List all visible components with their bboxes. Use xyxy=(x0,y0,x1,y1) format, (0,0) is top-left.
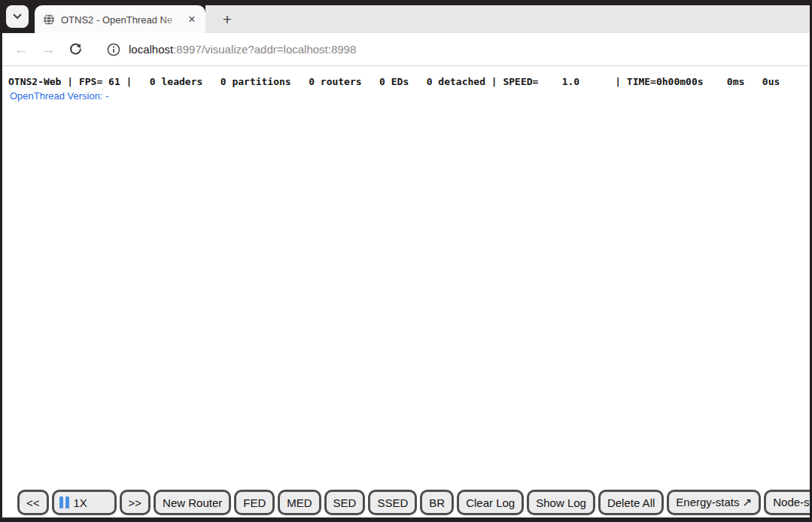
forward-button[interactable]: → xyxy=(39,41,57,59)
fast-forward-button[interactable]: >> xyxy=(120,490,151,515)
info-icon xyxy=(106,42,121,57)
openthread-version-link[interactable]: OpenThread Version: - xyxy=(10,90,109,102)
speed-button[interactable]: 1X xyxy=(52,490,117,515)
fast-forward-button-label: >> xyxy=(129,496,142,509)
add-br-button[interactable]: BR xyxy=(420,490,454,515)
tab-title-wrap: OTNS2 - OpenThread Ne xyxy=(61,13,181,26)
delete-all-button[interactable]: Delete All xyxy=(598,490,664,515)
rewind-button[interactable]: << xyxy=(17,490,49,515)
tab-search-button[interactable] xyxy=(6,5,29,28)
close-icon: × xyxy=(188,13,195,26)
tab-strip-rest: + xyxy=(205,5,810,33)
new-router-button[interactable]: New Router xyxy=(154,490,231,515)
forward-arrow-icon: → xyxy=(41,42,56,56)
tab-title: OTNS2 - OpenThread Ne xyxy=(61,14,172,26)
show-log-button-label: Show Log xyxy=(536,496,586,509)
pause-bar xyxy=(59,496,63,508)
tab-title-fade xyxy=(162,13,181,26)
pause-bar xyxy=(65,496,69,508)
back-button[interactable]: ← xyxy=(12,41,30,59)
energy-stats-button-label: Energy-stats ↗ xyxy=(676,496,752,509)
back-arrow-icon: ← xyxy=(14,42,29,56)
globe-favicon-icon xyxy=(43,14,55,26)
add-fed-button-label: FED xyxy=(243,496,266,509)
tab-strip: OTNS2 - OpenThread Ne × + xyxy=(2,0,810,33)
show-log-button[interactable]: Show Log xyxy=(527,490,595,515)
reload-icon xyxy=(68,42,83,56)
add-med-button-label: MED xyxy=(287,496,312,509)
new-router-button-label: New Router xyxy=(163,496,222,509)
speed-button-label: 1X xyxy=(74,496,87,509)
plus-icon: + xyxy=(223,11,232,29)
new-tab-button[interactable]: + xyxy=(217,9,238,30)
site-info-button[interactable] xyxy=(105,41,122,58)
delete-all-button-label: Delete All xyxy=(607,496,655,509)
add-fed-button[interactable]: FED xyxy=(234,490,275,515)
clear-log-button-label: Clear Log xyxy=(466,496,515,509)
reload-button[interactable] xyxy=(66,41,84,59)
pause-icon xyxy=(59,496,69,508)
energy-stats-button[interactable]: Energy-stats ↗ xyxy=(667,490,761,515)
add-ssed-button-label: SSED xyxy=(377,496,408,509)
simulation-status-line: OTNS2-Web | FPS= 61 | 0 leaders 0 partit… xyxy=(8,76,780,87)
browser-window: OTNS2 - OpenThread Ne × + ← → xyxy=(2,0,810,517)
url-path: :8997/visualize?addr=localhost:8998 xyxy=(173,43,356,56)
node-stats-button-label: Node-stats ↗ xyxy=(773,496,810,509)
page-content: OTNS2-Web | FPS= 61 | 0 leaders 0 partit… xyxy=(2,66,810,517)
address-bar: ← → localhost:8997/visualize?addr=localh… xyxy=(2,33,810,66)
control-button-row: <<1X>>New RouterFEDMEDSEDSSEDBRClear Log… xyxy=(17,490,810,515)
url-text: localhost:8997/visualize?addr=localhost:… xyxy=(129,43,356,56)
add-br-button-label: BR xyxy=(429,496,445,509)
add-ssed-button[interactable]: SSED xyxy=(368,490,417,515)
url-host: localhost xyxy=(129,43,173,56)
add-sed-button-label: SED xyxy=(333,496,357,509)
chevron-down-icon xyxy=(13,14,22,20)
rewind-button-label: << xyxy=(26,496,40,509)
close-tab-button[interactable]: × xyxy=(184,12,199,27)
add-sed-button[interactable]: SED xyxy=(324,490,366,515)
add-med-button[interactable]: MED xyxy=(278,490,321,515)
omnibox[interactable]: localhost:8997/visualize?addr=localhost:… xyxy=(101,37,365,62)
node-stats-button[interactable]: Node-stats ↗ xyxy=(764,490,810,515)
clear-log-button[interactable]: Clear Log xyxy=(457,490,524,515)
browser-tab[interactable]: OTNS2 - OpenThread Ne × xyxy=(35,5,205,33)
